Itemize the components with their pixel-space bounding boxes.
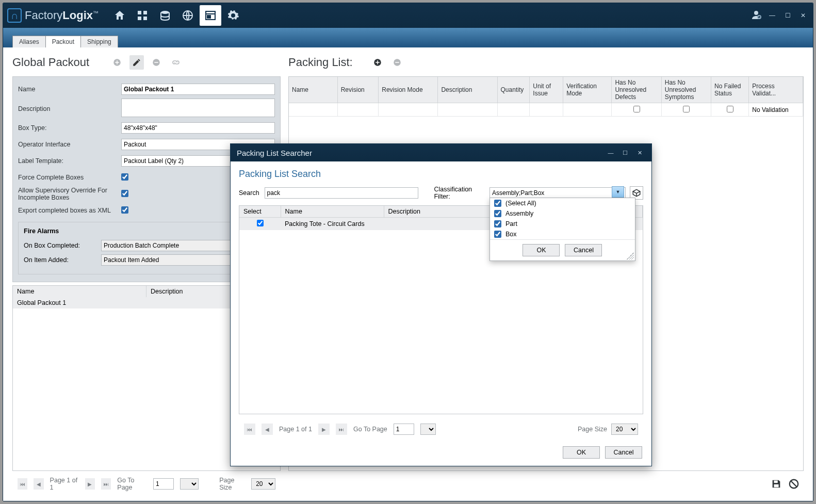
row-name: Global Packout 1 bbox=[13, 297, 146, 308]
symptoms-checkbox[interactable] bbox=[683, 106, 690, 112]
description-input[interactable] bbox=[121, 99, 275, 117]
col-verif[interactable]: Verification Mode bbox=[563, 77, 612, 103]
dialog-size-select[interactable]: 20 bbox=[611, 424, 638, 435]
svg-rect-2 bbox=[138, 17, 141, 20]
col-revmode[interactable]: Revision Mode bbox=[379, 77, 438, 103]
save-icon[interactable] bbox=[771, 478, 782, 490]
col-symptoms[interactable]: Has No Unresolved Symptoms bbox=[661, 77, 711, 103]
col-name[interactable]: Name bbox=[13, 286, 146, 297]
dialog-title: Packing List Searcher bbox=[237, 149, 312, 157]
dialog-cancel-button[interactable]: Cancel bbox=[605, 446, 642, 459]
col-revision[interactable]: Revision bbox=[337, 77, 379, 103]
window-controls: — ☐ ✕ bbox=[750, 9, 809, 23]
failed-checkbox[interactable] bbox=[727, 106, 733, 112]
last-page-button[interactable]: ⏭ bbox=[101, 478, 111, 490]
home-icon[interactable] bbox=[109, 5, 130, 26]
goto-select[interactable] bbox=[180, 478, 199, 490]
edit-icon[interactable] bbox=[129, 55, 144, 70]
dialog-last-page-button[interactable]: ⏭ bbox=[336, 424, 347, 435]
search-input[interactable] bbox=[265, 187, 418, 199]
dialog-minimize-button[interactable]: — bbox=[605, 150, 616, 156]
col-defects[interactable]: Has No Unresolved Defects bbox=[612, 77, 661, 103]
dialog-goto-input[interactable] bbox=[394, 424, 414, 435]
col-desc[interactable]: Description bbox=[438, 77, 497, 103]
svg-line-26 bbox=[791, 481, 797, 487]
tab-shipping[interactable]: Shipping bbox=[80, 36, 118, 47]
svg-rect-24 bbox=[774, 484, 778, 487]
checkbox-box[interactable] bbox=[494, 231, 501, 238]
checkbox-assembly[interactable] bbox=[494, 210, 501, 217]
top-banner: ∩ FactoryLogix™ — ☐ ✕ bbox=[3, 3, 813, 28]
table-row[interactable]: No Validation bbox=[289, 103, 803, 117]
remove-packing-icon[interactable] bbox=[390, 55, 404, 70]
dialog-close-button[interactable]: ✕ bbox=[634, 150, 645, 156]
dialog-prev-page-button[interactable]: ◀ bbox=[262, 424, 273, 435]
svg-rect-3 bbox=[143, 17, 147, 20]
option-assembly[interactable]: Assembly bbox=[490, 208, 635, 219]
classification-label: Classification Filter: bbox=[434, 186, 484, 200]
globe-icon[interactable] bbox=[177, 5, 199, 26]
name-input[interactable] bbox=[121, 84, 275, 95]
dialog-restore-button[interactable]: ☐ bbox=[619, 150, 631, 156]
onitem-label: On Item Added: bbox=[24, 256, 101, 264]
classification-input[interactable] bbox=[489, 187, 626, 199]
col-failed[interactable]: No Failed Status bbox=[711, 77, 749, 103]
close-button[interactable]: ✕ bbox=[797, 12, 809, 19]
goto-input[interactable] bbox=[153, 478, 174, 490]
tab-packout[interactable]: Packout bbox=[45, 36, 81, 47]
svg-point-4 bbox=[161, 11, 169, 14]
force-checkbox[interactable] bbox=[121, 173, 128, 181]
svg-rect-8 bbox=[207, 15, 210, 18]
dialog-titlebar[interactable]: Packing List Searcher — ☐ ✕ bbox=[231, 144, 651, 161]
boxtype-input[interactable] bbox=[121, 122, 275, 134]
svg-rect-0 bbox=[138, 11, 141, 14]
dialog-first-page-button[interactable]: ⏮ bbox=[244, 424, 255, 435]
minimize-button[interactable]: — bbox=[766, 12, 778, 19]
add-icon[interactable] bbox=[110, 55, 124, 70]
override-checkbox[interactable] bbox=[121, 190, 128, 197]
dialog-ok-button[interactable]: OK bbox=[563, 446, 600, 459]
add-packing-icon[interactable] bbox=[370, 55, 385, 70]
restore-button[interactable]: ☐ bbox=[782, 12, 793, 19]
row-select-checkbox[interactable] bbox=[257, 220, 264, 226]
exportxml-checkbox[interactable] bbox=[121, 206, 128, 214]
cancel-icon[interactable] bbox=[788, 478, 799, 490]
remove-icon[interactable] bbox=[149, 55, 164, 70]
col-name[interactable]: Name bbox=[281, 206, 384, 218]
col-select[interactable]: Select bbox=[239, 206, 281, 218]
defects-checkbox[interactable] bbox=[633, 106, 640, 112]
option-part[interactable]: Part bbox=[490, 219, 635, 229]
user-icon[interactable] bbox=[750, 9, 762, 23]
window-icon[interactable] bbox=[200, 5, 221, 26]
prev-page-button[interactable]: ◀ bbox=[34, 478, 43, 490]
exportxml-label: Export completed boxes as XML bbox=[18, 207, 121, 214]
next-page-button[interactable]: ▶ bbox=[85, 478, 95, 490]
chevron-down-icon[interactable]: ▼ bbox=[612, 186, 624, 198]
col-procval[interactable]: Process Validat... bbox=[749, 77, 803, 103]
option-select-all[interactable]: (Select All) bbox=[490, 198, 635, 208]
first-page-button[interactable]: ⏮ bbox=[18, 478, 27, 490]
svg-rect-22 bbox=[395, 62, 399, 63]
size-select[interactable]: 20 bbox=[251, 478, 275, 490]
stack-icon[interactable] bbox=[154, 5, 176, 26]
dropdown-ok-button[interactable]: OK bbox=[523, 244, 560, 256]
grid-icon[interactable] bbox=[132, 5, 153, 26]
checkbox-select-all[interactable] bbox=[494, 200, 501, 207]
gear-icon[interactable] bbox=[222, 5, 244, 26]
dialog-next-page-button[interactable]: ▶ bbox=[318, 424, 330, 435]
left-pager: ⏮ ◀ Page 1 of 1 ▶ ⏭ Go To Page Page Size… bbox=[12, 473, 281, 495]
svg-rect-23 bbox=[774, 481, 777, 483]
col-qty[interactable]: Quantity bbox=[497, 77, 530, 103]
dropdown-cancel-button[interactable]: Cancel bbox=[565, 244, 602, 256]
option-box[interactable]: Box bbox=[490, 229, 635, 239]
dialog-goto-label: Go To Page bbox=[353, 426, 387, 433]
checkbox-part[interactable] bbox=[494, 220, 501, 227]
app-window: ∩ FactoryLogix™ — ☐ ✕ Aliases Packout Sh… bbox=[3, 3, 813, 501]
dialog-size-label: Page Size bbox=[578, 426, 607, 433]
link-icon[interactable] bbox=[169, 55, 183, 70]
resize-grip[interactable] bbox=[627, 252, 634, 259]
dialog-goto-select[interactable] bbox=[420, 424, 436, 435]
col-name[interactable]: Name bbox=[289, 77, 337, 103]
tab-aliases[interactable]: Aliases bbox=[12, 36, 46, 47]
col-uoi[interactable]: Unit of Issue bbox=[530, 77, 563, 103]
